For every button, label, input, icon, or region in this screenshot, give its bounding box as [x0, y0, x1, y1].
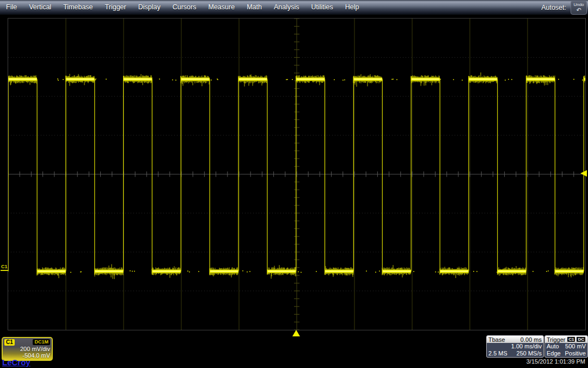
trigger-mode: Auto: [547, 343, 559, 350]
trigger-slope: Positive: [565, 350, 586, 357]
undo-autoset-button[interactable]: Undo ↶: [571, 1, 587, 15]
timebase-descriptor[interactable]: Tbase 0.00 ms 1.00 ms/div 2.5 MS 250 MS/…: [486, 335, 544, 358]
autoset-label: Autoset:: [541, 4, 566, 11]
menu-item-timebase[interactable]: Timebase: [57, 0, 99, 15]
trigger-title: Trigger: [547, 336, 565, 343]
undo-arrow-icon: ↶: [576, 7, 581, 13]
menu-item-math[interactable]: Math: [241, 0, 268, 15]
timebase-tdiv: 1.00 ms/div: [511, 343, 542, 350]
menu-item-vertical[interactable]: Vertical: [23, 0, 57, 15]
trigger-level: 500 mV: [565, 343, 586, 350]
trigger-time-arrow-icon[interactable]: [292, 330, 300, 336]
trigger-descriptor[interactable]: Trigger C1 DC Auto 500 mV Edge Positive: [544, 335, 588, 358]
trigger-source-badge: C1: [567, 336, 575, 342]
menu-items: FileVerticalTimebaseTriggerDisplayCursor…: [0, 0, 365, 15]
coupling-badge: DC1M: [33, 339, 50, 345]
lecroy-logo[interactable]: LeCroy: [2, 358, 30, 367]
trigger-level-arrow-icon[interactable]: [580, 170, 587, 177]
channel-vdiv: 200 mV/div: [4, 346, 50, 352]
waveform-trace-c1: [8, 19, 585, 330]
channel-offset-marker[interactable]: C1: [1, 264, 8, 271]
trigger-type: Edge: [547, 350, 561, 357]
scope-grid-area[interactable]: [8, 18, 586, 330]
menu-item-utilities[interactable]: Utilities: [305, 0, 339, 15]
timebase-delay: 0.00 ms: [520, 336, 542, 343]
menu-item-cursors[interactable]: Cursors: [167, 0, 203, 15]
menu-item-file[interactable]: File: [0, 0, 23, 15]
datetime-display: 3/15/2012 1:01:39 PM: [526, 358, 585, 365]
channel-badge: C1: [4, 339, 15, 346]
menu-item-trigger[interactable]: Trigger: [99, 0, 132, 15]
menu-item-measure[interactable]: Measure: [202, 0, 241, 15]
trigger-coupling-badge: DC: [576, 336, 586, 342]
oscilloscope-screen: FileVerticalTimebaseTriggerDisplayCursor…: [0, 0, 588, 368]
menu-item-display[interactable]: Display: [132, 0, 167, 15]
menu-bar: FileVerticalTimebaseTriggerDisplayCursor…: [0, 0, 588, 15]
timebase-samples: 2.5 MS: [488, 350, 507, 357]
timebase-rate: 250 MS/s: [517, 350, 542, 357]
timebase-title: Tbase: [488, 336, 505, 343]
menu-item-help[interactable]: Help: [339, 0, 365, 15]
menu-item-analysis[interactable]: Analysis: [268, 0, 305, 15]
